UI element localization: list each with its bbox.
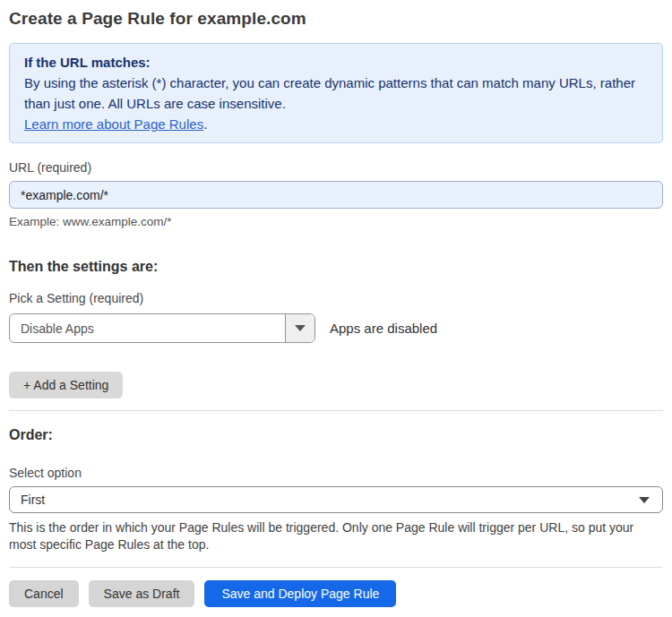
settings-section-heading: Then the settings are: — [9, 258, 663, 276]
cancel-button[interactable]: Cancel — [9, 580, 79, 607]
setting-status-text: Apps are disabled — [330, 321, 437, 336]
chevron-down-icon — [295, 325, 306, 331]
section-divider — [9, 410, 663, 411]
setting-dropdown[interactable]: Disable Apps — [9, 313, 315, 343]
order-description: This is the order in which your Page Rul… — [9, 519, 663, 553]
order-select-value: First — [21, 493, 45, 507]
chevron-down-icon — [639, 497, 650, 503]
url-example-helper: Example: www.example.com/* — [9, 214, 663, 229]
add-setting-button[interactable]: + Add a Setting — [9, 372, 123, 398]
url-input-value: *example.com/* — [21, 188, 108, 202]
save-and-deploy-button[interactable]: Save and Deploy Page Rule — [204, 580, 396, 607]
info-box-heading: If the URL matches: — [24, 52, 648, 73]
order-select-label: Select option — [9, 466, 663, 481]
footer-divider — [9, 567, 663, 568]
setting-dropdown-arrow-button[interactable] — [285, 314, 314, 342]
url-match-info-box: If the URL matches: By using the asteris… — [9, 43, 663, 143]
info-box-link-line: Learn more about Page Rules. — [24, 114, 648, 134]
setting-row: Disable Apps Apps are disabled — [9, 313, 663, 343]
link-suffix: . — [203, 116, 207, 132]
setting-picker-label: Pick a Setting (required) — [9, 291, 663, 306]
page-title: Create a Page Rule for example.com — [9, 8, 663, 29]
order-section-heading: Order: — [9, 426, 663, 444]
setting-dropdown-value: Disable Apps — [10, 314, 285, 342]
url-field-label: URL (required) — [9, 160, 663, 176]
save-as-draft-button[interactable]: Save as Draft — [89, 580, 195, 607]
footer-actions: Cancel Save as Draft Save and Deploy Pag… — [9, 580, 663, 607]
info-box-body: By using the asterisk (*) character, you… — [24, 73, 648, 114]
learn-more-link[interactable]: Learn more about Page Rules — [24, 116, 203, 132]
order-select[interactable]: First — [9, 486, 663, 513]
page-rule-form: Create a Page Rule for example.com If th… — [0, 0, 672, 607]
url-input[interactable]: *example.com/* — [9, 181, 663, 209]
